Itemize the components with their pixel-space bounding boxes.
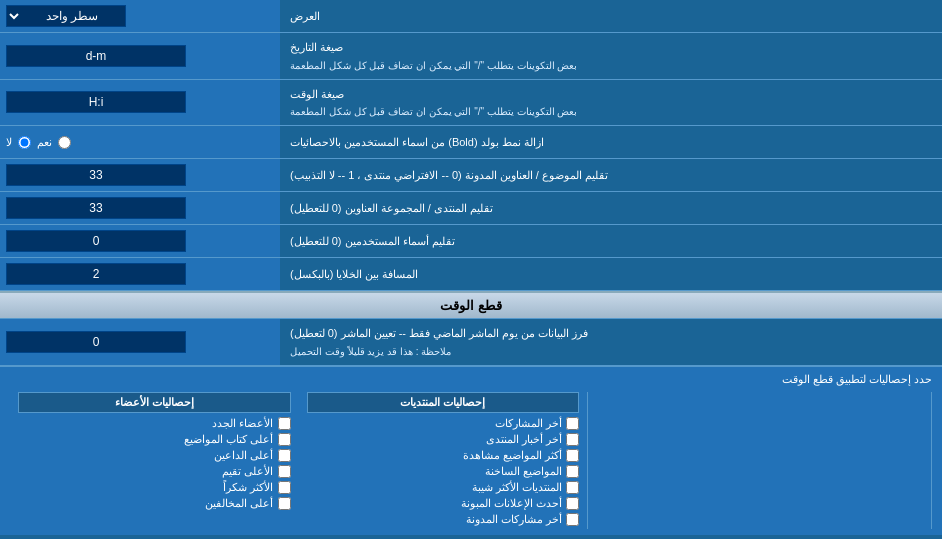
stats-item-0: أخر المشاركات <box>307 417 580 430</box>
stats-columns: إحصاليات المنتديات أخر المشاركات أخر أخب… <box>10 392 932 529</box>
forum-trim-input-cell: 33 <box>0 192 280 224</box>
stats-forums-2-label: أكثر المواضيع مشاهدة <box>463 449 562 462</box>
bold-radio-group: نعم لا <box>6 136 71 149</box>
stats-members-0-checkbox[interactable] <box>278 417 291 430</box>
stats-members-0-label: الأعضاء الجدد <box>212 417 273 430</box>
cell-spacing-label: المسافة بين الخلايا (بالبكسل) <box>280 258 942 290</box>
stats-forums-5-label: أحدث الإعلانات المبونة <box>461 497 562 510</box>
bold-yes-radio[interactable] <box>58 136 71 149</box>
cut-time-header-text: قطع الوقت <box>440 298 502 313</box>
bold-remove-title: ازالة نمط بولد (Bold) من اسماء المستخدمي… <box>290 134 544 151</box>
stats-members-2-checkbox[interactable] <box>278 449 291 462</box>
cut-time-input[interactable]: 0 <box>6 331 186 353</box>
stats-forums-3-label: المواضيع الساخنة <box>485 465 562 478</box>
date-format-note: بعض التكوينات يتطلب "/" التي يمكن ان تضا… <box>290 58 577 73</box>
lines-select[interactable]: سطر واحد سطرين ثلاثة أسطر <box>6 5 126 27</box>
username-trim-title: تقليم أسماء المستخدمين (0 للتعطيل) <box>290 233 455 250</box>
stats-members-item-0: الأعضاء الجدد <box>18 417 291 430</box>
stats-forums-col: إحصاليات المنتديات أخر المشاركات أخر أخب… <box>299 392 589 529</box>
stats-apply-label: حدد إحصاليات لتطبيق قطع الوقت <box>10 373 932 386</box>
stats-empty-col <box>588 392 932 529</box>
stats-members-4-checkbox[interactable] <box>278 481 291 494</box>
time-format-title: صيغة الوقت <box>290 86 344 103</box>
stats-item-3: المواضيع الساخنة <box>307 465 580 478</box>
bold-remove-label: ازالة نمط بولد (Bold) من اسماء المستخدمي… <box>280 126 942 158</box>
bold-no-radio[interactable] <box>18 136 31 149</box>
stats-forums-5-checkbox[interactable] <box>566 497 579 510</box>
forum-trim-title: تقليم المنتدى / المجموعة العناوين (0 للت… <box>290 200 493 217</box>
display-label: العرض <box>280 0 942 32</box>
stats-members-item-1: أعلى كتاب المواضيع <box>18 433 291 446</box>
bold-yes-label: نعم <box>37 136 52 149</box>
lines-select-wrapper[interactable]: سطر واحد سطرين ثلاثة أسطر <box>6 5 126 27</box>
bold-no-label: لا <box>6 136 12 149</box>
stats-item-5: أحدث الإعلانات المبونة <box>307 497 580 510</box>
stats-section: حدد إحصاليات لتطبيق قطع الوقت إحصاليات ا… <box>0 366 942 535</box>
date-format-input-cell: d-m <box>0 33 280 79</box>
username-trim-label: تقليم أسماء المستخدمين (0 للتعطيل) <box>280 225 942 257</box>
time-format-note: بعض التكوينات يتطلب "/" التي يمكن ان تضا… <box>290 104 577 119</box>
stats-forums-1-checkbox[interactable] <box>566 433 579 446</box>
topic-trim-input-cell: 33 <box>0 159 280 191</box>
forum-trim-label: تقليم المنتدى / المجموعة العناوين (0 للت… <box>280 192 942 224</box>
date-format-input[interactable]: d-m <box>6 45 186 67</box>
topic-trim-title: تقليم الموضوع / العناوين المدونة (0 -- ا… <box>290 167 608 184</box>
display-title-text: العرض <box>290 8 320 25</box>
topic-trim-label: تقليم الموضوع / العناوين المدونة (0 -- ا… <box>280 159 942 191</box>
stats-members-item-2: أعلى الداعين <box>18 449 291 462</box>
stats-forums-4-checkbox[interactable] <box>566 481 579 494</box>
cut-time-input-cell: 0 <box>0 319 280 365</box>
stats-members-2-label: أعلى الداعين <box>214 449 273 462</box>
cell-spacing-title: المسافة بين الخلايا (بالبكسل) <box>290 266 419 283</box>
stats-forums-6-checkbox[interactable] <box>566 513 579 526</box>
stats-members-item-3: الأعلى تقيم <box>18 465 291 478</box>
stats-item-6: أخر مشاركات المدونة <box>307 513 580 526</box>
username-trim-input[interactable]: 0 <box>6 230 186 252</box>
date-format-title: صيغة التاريخ <box>290 39 343 56</box>
stats-forums-2-checkbox[interactable] <box>566 449 579 462</box>
date-format-label: صيغة التاريخ بعض التكوينات يتطلب "/" الت… <box>280 33 942 79</box>
stats-members-1-checkbox[interactable] <box>278 433 291 446</box>
stats-members-header: إحصاليات الأعضاء <box>18 392 291 413</box>
display-input-cell: سطر واحد سطرين ثلاثة أسطر <box>0 0 280 32</box>
cell-spacing-input[interactable]: 2 <box>6 263 186 285</box>
username-trim-input-cell: 0 <box>0 225 280 257</box>
topic-trim-input[interactable]: 33 <box>6 164 186 186</box>
stats-members-col: إحصاليات الأعضاء الأعضاء الجدد أعلى كتاب… <box>10 392 299 529</box>
stats-members-5-checkbox[interactable] <box>278 497 291 510</box>
stats-header-row: حدد إحصاليات لتطبيق قطع الوقت <box>10 373 932 386</box>
time-format-label: صيغة الوقت بعض التكوينات يتطلب "/" التي … <box>280 80 942 126</box>
time-format-input-cell: H:i <box>0 80 280 126</box>
cut-time-label: فرز البيانات من يوم الماشر الماضي فقط --… <box>280 319 942 365</box>
stats-forums-1-label: أخر أخبار المنتدى <box>486 433 562 446</box>
cut-time-section-header: قطع الوقت <box>0 291 942 319</box>
stats-forums-3-checkbox[interactable] <box>566 465 579 478</box>
stats-members-3-label: الأعلى تقيم <box>222 465 273 478</box>
stats-members-item-4: الأكثر شكراً <box>18 481 291 494</box>
time-format-input[interactable]: H:i <box>6 91 186 113</box>
stats-members-3-checkbox[interactable] <box>278 465 291 478</box>
stats-forums-0-label: أخر المشاركات <box>495 417 562 430</box>
stats-forums-6-label: أخر مشاركات المدونة <box>466 513 562 526</box>
stats-forums-header: إحصاليات المنتديات <box>307 392 580 413</box>
stats-members-item-5: أعلى المخالفين <box>18 497 291 510</box>
bold-remove-input-cell: نعم لا <box>0 126 280 158</box>
stats-item-4: المنتديات الأكثر شيبة <box>307 481 580 494</box>
stats-members-4-label: الأكثر شكراً <box>223 481 273 494</box>
stats-members-5-label: أعلى المخالفين <box>205 497 273 510</box>
stats-item-1: أخر أخبار المنتدى <box>307 433 580 446</box>
stats-members-1-label: أعلى كتاب المواضيع <box>184 433 273 446</box>
stats-forums-0-checkbox[interactable] <box>566 417 579 430</box>
forum-trim-input[interactable]: 33 <box>6 197 186 219</box>
stats-item-2: أكثر المواضيع مشاهدة <box>307 449 580 462</box>
cell-spacing-input-cell: 2 <box>0 258 280 290</box>
stats-forums-4-label: المنتديات الأكثر شيبة <box>472 481 562 494</box>
cut-time-note: ملاحظة : هذا قد يزيد قليلاً وقت التحميل <box>290 344 451 359</box>
cut-time-title: فرز البيانات من يوم الماشر الماضي فقط --… <box>290 325 588 342</box>
